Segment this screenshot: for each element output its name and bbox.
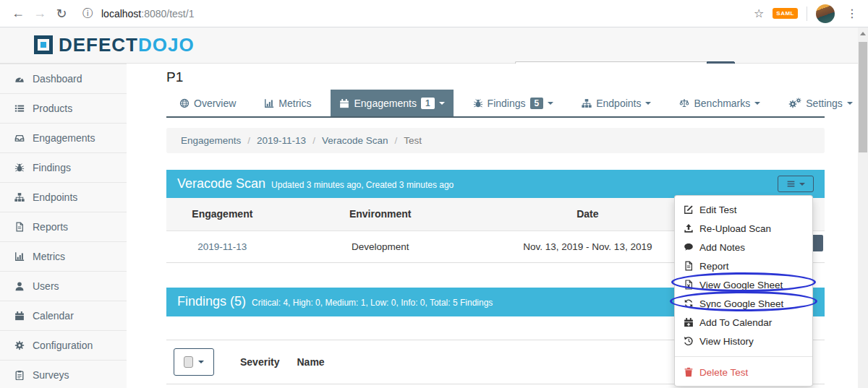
menu-item-label: Add Notes <box>699 242 745 253</box>
sidebar-item-label: Metrics <box>33 251 65 262</box>
menu-item-delete-test[interactable]: Delete Test <box>675 363 812 381</box>
chevron-down-icon <box>754 102 760 105</box>
browser-forward-button[interactable]: → <box>29 3 51 25</box>
test-panel-subtitle: Updated 3 minutes ago, Created 3 minutes… <box>271 178 454 190</box>
breadcrumb-engagements[interactable]: Engagements <box>181 135 241 146</box>
sidebar-item-configuration[interactable]: Configuration <box>0 331 127 361</box>
sidebar-item-label: Products <box>33 103 72 114</box>
sidebar-item-endpoints[interactable]: Endpoints <box>0 183 127 212</box>
breadcrumb-veracode-scan[interactable]: Veracode Scan <box>322 135 388 146</box>
test-actions-menu-button[interactable] <box>778 176 814 192</box>
browser-reload-button[interactable]: ↻ <box>51 3 72 25</box>
gear-icon <box>14 340 25 350</box>
gauge-icon <box>14 74 25 84</box>
sidebar-item-label: Reports <box>33 221 68 233</box>
menu-item-add-to-calendar[interactable]: Add To Calendar <box>675 313 812 332</box>
tab-settings[interactable]: Settings <box>780 90 861 116</box>
page-info-icon[interactable]: ⓘ <box>82 7 93 20</box>
sidebar-item-findings[interactable]: Findings <box>0 153 127 183</box>
defectdojo-logo-text: DEFECTDOJO <box>59 35 195 54</box>
browser-back-button[interactable]: ← <box>7 3 29 25</box>
sidebar-item-dashboard[interactable]: Dashboard <box>0 64 127 94</box>
edit-icon <box>684 204 694 215</box>
upload-icon <box>684 223 694 233</box>
menu-item-view-history[interactable]: View History <box>675 332 812 350</box>
tab-label: Findings <box>488 98 526 109</box>
bug-icon <box>473 98 483 108</box>
sitemap-icon <box>14 192 25 202</box>
sitemap-icon <box>582 98 592 108</box>
menu-item-label: Delete Test <box>699 367 748 378</box>
column-header-environment: Environment <box>278 198 482 230</box>
excel-file-icon <box>684 280 694 290</box>
comment-icon <box>684 242 694 252</box>
tab-engagements[interactable]: Engagements 1 <box>331 90 453 116</box>
url-host: localhost <box>101 8 141 20</box>
breadcrumb-current-test: Test <box>404 135 422 146</box>
column-header-severity: Severity <box>240 356 279 368</box>
tab-endpoints[interactable]: Endpoints <box>573 90 660 116</box>
sidebar-item-label: Calendar <box>33 310 74 322</box>
defectdojo-logo-icon <box>34 35 53 54</box>
browser-menu-icon[interactable]: ⋮ <box>843 7 861 20</box>
scrollbar-up-arrow-icon[interactable] <box>860 32 866 35</box>
sidebar-item-label: Engagements <box>33 132 95 144</box>
globe-icon <box>179 98 190 108</box>
file-icon <box>14 222 25 232</box>
chevron-down-icon <box>645 102 651 105</box>
test-panel-header: Veracode Scan Updated 3 minutes ago, Cre… <box>166 170 825 198</box>
sidebar-item-label: Users <box>33 280 59 292</box>
menu-item-report[interactable]: Report <box>675 256 812 275</box>
test-panel-title: Veracode Scan <box>177 176 265 191</box>
sidebar-item-users[interactable]: Users <box>0 272 127 301</box>
tab-findings[interactable]: Findings 5 <box>464 90 563 116</box>
bar-chart-icon <box>264 98 274 108</box>
menu-divider <box>675 356 812 357</box>
scrollbar-thumb[interactable] <box>859 42 867 152</box>
tab-benchmarks[interactable]: Benchmarks <box>671 90 769 116</box>
engagement-link[interactable]: 2019-11-13 <box>197 241 247 252</box>
menu-item-sync-google-sheet[interactable]: Sync Google Sheet <box>675 294 812 313</box>
sidebar-item-reports[interactable]: Reports <box>0 212 127 242</box>
chevron-down-icon <box>548 102 553 105</box>
inbox-icon <box>14 133 25 143</box>
page-title: P1 <box>166 69 825 85</box>
browser-profile-avatar[interactable] <box>816 4 835 23</box>
engagements-count-badge: 1 <box>421 98 435 109</box>
sidebar-item-calendar[interactable]: Calendar <box>0 301 127 331</box>
breadcrumb-engagement-date[interactable]: 2019-11-13 <box>257 135 306 146</box>
menu-item-add-notes[interactable]: Add Notes <box>675 238 812 256</box>
menu-item-edit-test[interactable]: Edit Test <box>675 200 812 219</box>
select-all-dropdown-button[interactable] <box>174 348 214 376</box>
environment-cell: Development <box>278 230 482 262</box>
scale-icon <box>679 98 689 108</box>
sidebar-item-surveys[interactable]: Surveys <box>0 361 127 388</box>
url-path: :8080/test/1 <box>141 8 194 20</box>
page-scrollbar[interactable] <box>858 27 868 388</box>
bookmark-star-icon[interactable]: ☆ <box>754 7 764 20</box>
findings-panel-title: Findings (5) <box>177 294 246 309</box>
trash-icon <box>684 367 694 377</box>
findings-count-badge: 5 <box>530 98 544 109</box>
menu-item-re-upload-scan[interactable]: Re-Upload Scan <box>675 219 812 238</box>
chevron-down-icon <box>847 102 853 105</box>
saml-extension-badge[interactable]: SAML <box>773 8 798 19</box>
gears-icon <box>788 98 801 108</box>
breadcrumb-separator: / <box>247 135 250 146</box>
address-bar[interactable]: localhost:8080/test/1 <box>101 8 194 20</box>
select-all-checkbox[interactable] <box>184 356 193 368</box>
sidebar-item-products[interactable]: Products <box>0 94 127 124</box>
defectdojo-logo[interactable]: DEFECTDOJO <box>34 35 195 54</box>
tab-overview[interactable]: Overview <box>171 90 244 116</box>
sidebar-item-metrics[interactable]: Metrics <box>0 242 127 272</box>
chevron-down-icon <box>439 102 445 105</box>
column-header-name: Name <box>297 356 324 368</box>
menu-item-label: Add To Calendar <box>699 317 772 328</box>
tab-metrics[interactable]: Metrics <box>255 90 320 116</box>
tab-label: Overview <box>194 98 236 109</box>
sidebar-item-label: Endpoints <box>33 191 77 203</box>
app-header: DEFECTDOJO 3 <box>0 27 868 64</box>
menu-item-view-google-sheet[interactable]: View Google Sheet <box>675 275 812 294</box>
sidebar-item-engagements[interactable]: Engagements <box>0 124 127 153</box>
hamburger-icon <box>786 179 796 189</box>
